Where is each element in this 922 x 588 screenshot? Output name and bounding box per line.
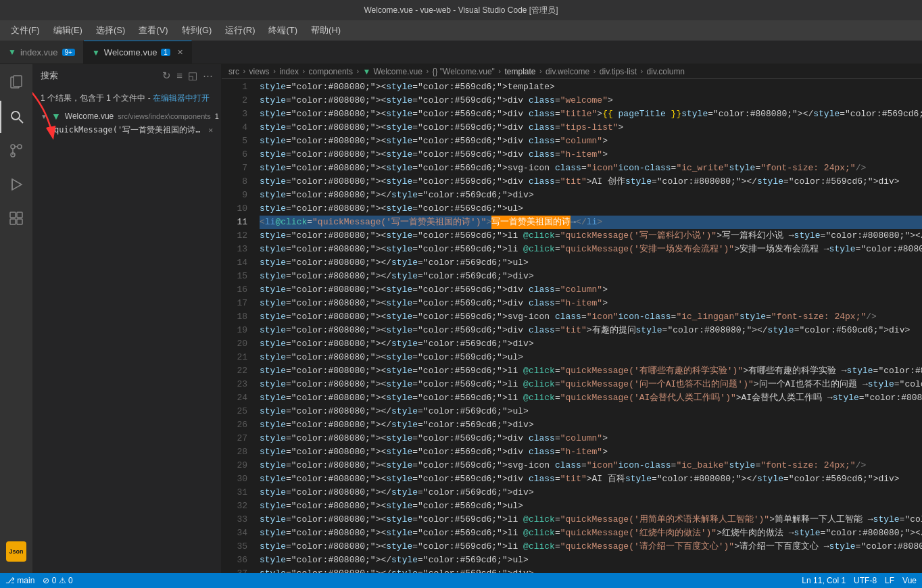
- collapse-icon[interactable]: ≡: [176, 70, 183, 82]
- code-line-20: style="color:#808080;"></style="color:#5…: [260, 337, 922, 351]
- code-line-19: style="color:#808080;"><style="color:#56…: [260, 324, 922, 337]
- status-encoding[interactable]: UTF-8: [854, 576, 877, 585]
- extensions-icon: [8, 210, 24, 226]
- line-number-22: 22: [222, 364, 247, 378]
- result-text: 1 个结果，包含于 1 个文件中 -: [41, 93, 153, 103]
- source-control-icon: [8, 143, 24, 159]
- code-line-8: style="color:#808080;"><style="color:#56…: [260, 175, 922, 189]
- filepath-label: src/views/index\components: [118, 112, 211, 120]
- svg-marker-7: [12, 179, 22, 190]
- match-prefix: quickMessage('写一首赞美祖国的诗')">: [54, 125, 204, 134]
- line-number-31: 31: [222, 486, 247, 499]
- tab-index[interactable]: ▼ index.vue 9+: [0, 41, 84, 64]
- line-number-27: 27: [222, 432, 247, 445]
- menu-file[interactable]: 文件(F): [5, 22, 45, 39]
- code-line-22: style="color:#808080;"><style="color:#56…: [260, 364, 922, 378]
- code-line-1: style="color:#808080;"><style="color:#56…: [260, 80, 922, 94]
- filename-label: Welcome.vue: [65, 112, 114, 121]
- tab-welcome-label: Welcome.vue: [104, 47, 157, 57]
- svg-rect-11: [10, 219, 16, 224]
- sidebar-header: 搜索 ↻ ≡ ◱ ⋯: [32, 64, 221, 87]
- file-header[interactable]: ▼ ▼ Welcome.vue src/views/index\componen…: [32, 109, 221, 123]
- bc-welcome-vue: ▼ Welcome.vue: [363, 67, 422, 76]
- line-number-19: 19: [222, 324, 247, 337]
- status-language[interactable]: Vue: [902, 576, 917, 585]
- activity-extensions[interactable]: [0, 202, 32, 235]
- vue-icon: ▼: [8, 47, 16, 57]
- match-close-button[interactable]: ✕: [208, 126, 213, 134]
- code-line-25: style="color:#808080;"></style="color:#5…: [260, 405, 922, 418]
- code-line-29: style="color:#808080;"><style="color:#56…: [260, 459, 922, 472]
- activity-bar: Json: [0, 64, 32, 573]
- line-number-9: 9: [222, 189, 247, 202]
- activity-search[interactable]: [0, 101, 32, 133]
- menu-goto[interactable]: 转到(G): [176, 22, 218, 39]
- line-number-6: 6: [222, 148, 247, 162]
- line-numbers: 1234567891011121314151617181920212223242…: [222, 79, 254, 573]
- open-in-editor-link[interactable]: 在编辑器中打开: [153, 93, 210, 103]
- code-area[interactable]: 1234567891011121314151617181920212223242…: [222, 79, 922, 573]
- activity-json[interactable]: Json: [0, 535, 32, 568]
- menu-run[interactable]: 运行(R): [220, 22, 260, 39]
- clear-icon[interactable]: ◱: [188, 70, 197, 82]
- activity-source-control[interactable]: [0, 134, 32, 167]
- code-content[interactable]: style="color:#808080;"><style="color:#56…: [254, 79, 922, 573]
- menu-select[interactable]: 选择(S): [91, 22, 130, 39]
- code-line-28: style="color:#808080;"><style="color:#56…: [260, 445, 922, 459]
- line-number-30: 30: [222, 472, 247, 486]
- bc-src: src: [228, 67, 239, 76]
- line-number-12: 12: [222, 229, 247, 243]
- status-branch[interactable]: ⎇ main: [5, 576, 34, 585]
- line-number-14: 14: [222, 256, 247, 270]
- svg-point-4: [11, 145, 15, 149]
- code-line-31: style="color:#808080;"></style="color:#5…: [260, 486, 922, 499]
- sidebar-header-icons: ↻ ≡ ◱ ⋯: [162, 70, 213, 82]
- svg-rect-1: [14, 76, 22, 87]
- bc-index: index: [279, 67, 299, 76]
- code-line-14: style="color:#808080;"></style="color:#5…: [260, 256, 922, 270]
- more-icon[interactable]: ⋯: [203, 70, 213, 82]
- line-number-37: 37: [222, 567, 247, 573]
- menu-bar: 文件(F) 编辑(E) 选择(S) 查看(V) 转到(G) 运行(R) 终端(T…: [0, 20, 922, 41]
- svg-line-3: [19, 119, 23, 123]
- code-line-5: style="color:#808080;"><style="color:#56…: [260, 134, 922, 148]
- code-line-13: style="color:#808080;"><style="color:#56…: [260, 243, 922, 256]
- status-line-ending[interactable]: LF: [885, 576, 894, 585]
- menu-help[interactable]: 帮助(H): [306, 22, 346, 39]
- match-item[interactable]: quickMessage('写一首赞美祖国的诗')">写一首赞美祖国的诗 →</…: [32, 123, 221, 137]
- status-line-col[interactable]: Ln 11, Col 1: [802, 576, 846, 585]
- menu-view[interactable]: 查看(V): [133, 22, 173, 39]
- code-line-4: style="color:#808080;"><style="color:#56…: [260, 121, 922, 134]
- code-line-23: style="color:#808080;"><style="color:#56…: [260, 378, 922, 391]
- code-line-17: style="color:#808080;"><style="color:#56…: [260, 297, 922, 310]
- line-number-11: 11: [222, 216, 247, 229]
- menu-edit[interactable]: 编辑(E): [48, 22, 88, 39]
- tab-bar: ▼ index.vue 9+ ▼ Welcome.vue 1 ✕: [0, 41, 922, 64]
- title-text: Welcome.vue - vue-web - Visual Studio Co…: [364, 5, 558, 16]
- code-line-27: style="color:#808080;"><style="color:#56…: [260, 432, 922, 445]
- line-number-10: 10: [222, 202, 247, 216]
- line-number-28: 28: [222, 445, 247, 459]
- status-errors[interactable]: ⊘ 0 ⚠ 0: [43, 576, 72, 585]
- activity-explorer[interactable]: [0, 67, 32, 99]
- line-number-18: 18: [222, 310, 247, 324]
- code-line-2: style="color:#808080;"><style="color:#56…: [260, 94, 922, 107]
- menu-terminal[interactable]: 终端(T): [263, 22, 303, 39]
- tab-close-button[interactable]: ✕: [177, 48, 183, 57]
- vue-file-icon: ▼: [51, 111, 61, 122]
- tab-welcome[interactable]: ▼ Welcome.vue 1 ✕: [84, 41, 192, 64]
- bc-template: template: [504, 67, 535, 76]
- line-number-32: 32: [222, 499, 247, 513]
- line-number-25: 25: [222, 405, 247, 418]
- code-line-26: style="color:#808080;"></style="color:#5…: [260, 418, 922, 432]
- run-icon: [8, 176, 24, 193]
- result-summary: 1 个结果，包含于 1 个文件中 - 在编辑器中打开: [32, 90, 221, 109]
- sidebar: 搜索 ↻ ≡ ◱ ⋯ 1 个结果，包含于 1 个文件中 - 在编辑器中打开 ▼ …: [32, 64, 222, 573]
- code-line-11: <li @click="quickMessage('写一首赞美祖国的诗')">写…: [260, 216, 922, 229]
- line-number-34: 34: [222, 526, 247, 540]
- refresh-icon[interactable]: ↻: [162, 70, 171, 82]
- activity-run[interactable]: [0, 168, 32, 201]
- line-number-33: 33: [222, 513, 247, 526]
- code-line-30: style="color:#808080;"><style="color:#56…: [260, 472, 922, 486]
- code-line-9: style="color:#808080;"></style="color:#5…: [260, 189, 922, 202]
